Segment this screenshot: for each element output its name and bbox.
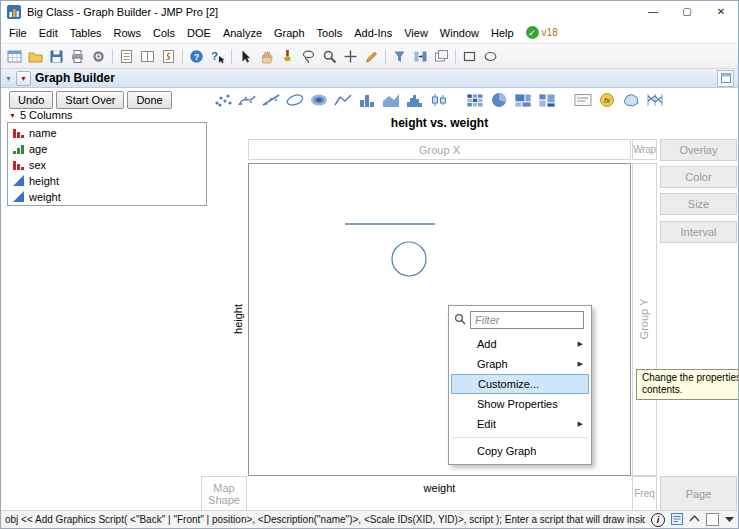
zone-size[interactable]: Size [660, 193, 737, 215]
palette-bar-icon[interactable] [355, 89, 379, 111]
menu-graph[interactable]: Graph [268, 24, 311, 42]
palette-contour-icon[interactable] [307, 89, 331, 111]
data-filter-icon[interactable] [389, 46, 410, 67]
column-item-height[interactable]: height [8, 173, 206, 189]
nominal-icon [13, 159, 24, 172]
menu-cols[interactable]: Cols [147, 24, 181, 42]
palette-caption-box-icon[interactable] [571, 89, 595, 111]
red-triangle-menu-icon[interactable]: ▼ [16, 71, 31, 86]
palette-histogram-icon[interactable] [403, 89, 427, 111]
column-item-weight[interactable]: weight [8, 189, 206, 205]
panel-pin-icon[interactable] [717, 70, 734, 87]
palette-line-of-fit-icon[interactable] [259, 89, 283, 111]
palette-mosaic-icon[interactable] [535, 89, 559, 111]
zone-color[interactable]: Color [660, 166, 737, 188]
palette-pie-icon[interactable] [487, 89, 511, 111]
save-icon[interactable] [46, 46, 67, 67]
print-icon[interactable] [67, 46, 88, 67]
minimize-button[interactable]: — [636, 1, 670, 22]
column-item-sex[interactable]: sex [8, 157, 206, 173]
brush-tool-icon[interactable] [277, 46, 298, 67]
palette-points-icon[interactable] [211, 89, 235, 111]
collapse-icon[interactable]: ▼ [5, 75, 12, 82]
menu-item-customize[interactable]: Customize... [451, 374, 589, 394]
jmp-window: Big Class - Graph Builder - JMP Pro [2] … [0, 0, 739, 529]
menu-rows[interactable]: Rows [108, 24, 148, 42]
graph-title: height vs. weight [248, 116, 631, 130]
caret-down-icon[interactable] [725, 514, 734, 525]
zone-overlay[interactable]: Overlay [660, 139, 737, 161]
ordinal-icon [13, 143, 24, 156]
menu-file[interactable]: File [3, 24, 33, 42]
open-icon[interactable] [25, 46, 46, 67]
menu-edit[interactable]: Edit [33, 24, 64, 42]
zone-group-x[interactable]: Group X [248, 139, 631, 160]
menu-doe[interactable]: DOE [181, 24, 217, 42]
palette-treemap-icon[interactable] [511, 89, 535, 111]
rect-shape-icon[interactable] [459, 46, 480, 67]
journal-icon[interactable] [116, 46, 137, 67]
zone-map-shape[interactable]: MapShape [201, 476, 247, 511]
script-icon[interactable] [158, 46, 179, 67]
palette-line-icon[interactable] [331, 89, 355, 111]
zone-wrap[interactable]: Wrap [632, 139, 657, 160]
palette-ellipse-icon[interactable] [283, 89, 307, 111]
maximize-button[interactable]: ▢ [670, 1, 704, 22]
submenu-arrow-icon: ▶ [578, 340, 583, 348]
palette-parallel-icon[interactable] [643, 89, 667, 111]
preferences-icon[interactable] [88, 46, 109, 67]
oval-shape-icon[interactable] [480, 46, 501, 67]
toolbar-separator [112, 49, 113, 64]
close-button[interactable]: ✕ [704, 1, 738, 22]
crosshair-tool-icon[interactable] [340, 46, 361, 67]
lasso-tool-icon[interactable] [298, 46, 319, 67]
caret-up-icon[interactable] [689, 514, 700, 525]
menu-item-copy-graph[interactable]: Copy Graph [449, 441, 591, 461]
palette-box-plot-icon[interactable] [427, 89, 451, 111]
info-icon[interactable]: i [651, 513, 665, 527]
zone-interval[interactable]: Interval [660, 221, 737, 243]
zone-freq[interactable]: Freq [632, 476, 657, 511]
window-list-icon[interactable] [431, 46, 452, 67]
palette-smoother-icon[interactable] [235, 89, 259, 111]
column-switcher-icon[interactable] [410, 46, 431, 67]
palette-heatmap-icon[interactable] [463, 89, 487, 111]
palette-formula-icon[interactable]: fx [595, 89, 619, 111]
filter-input[interactable] [470, 311, 584, 329]
columns-red-triangle-icon[interactable]: ▼ [9, 112, 16, 119]
status-checkbox[interactable] [706, 513, 719, 526]
column-item-age[interactable]: age [8, 141, 206, 157]
help-icon[interactable]: ? [186, 46, 207, 67]
menu-add-ins[interactable]: Add-Ins [348, 24, 398, 42]
menu-item-show-properties[interactable]: Show Properties [449, 394, 591, 414]
toolbar-separator [385, 49, 386, 64]
menu-item-add[interactable]: Add ▶ [449, 334, 591, 354]
toolbar-separator [182, 49, 183, 64]
log-icon[interactable] [671, 513, 683, 527]
menu-item-graph[interactable]: Graph ▶ [449, 354, 591, 374]
menu-item-edit[interactable]: Edit ▶ [449, 414, 591, 434]
magnifier-tool-icon[interactable] [319, 46, 340, 67]
column-item-name[interactable]: name [8, 125, 206, 141]
whats-this-icon[interactable]: ? [207, 46, 228, 67]
done-button[interactable]: Done [127, 91, 171, 109]
main-toolbar: ? ? [1, 43, 738, 69]
menu-window[interactable]: Window [434, 24, 485, 42]
grabber-tool-icon[interactable] [256, 46, 277, 67]
palette-area-icon[interactable] [379, 89, 403, 111]
menu-view[interactable]: View [398, 24, 434, 42]
graph-builder-header: ▼ ▼ Graph Builder [1, 69, 738, 88]
menu-help[interactable]: Help [485, 24, 520, 42]
zone-page[interactable]: Page [660, 476, 737, 511]
menu-tables[interactable]: Tables [64, 24, 108, 42]
start-over-button[interactable]: Start Over [56, 91, 124, 109]
undo-button[interactable]: Undo [9, 91, 53, 109]
new-data-table-icon[interactable] [4, 46, 25, 67]
layout-icon[interactable] [137, 46, 158, 67]
annotate-tool-icon[interactable] [361, 46, 382, 67]
column-label: height [29, 175, 59, 187]
menu-tools[interactable]: Tools [311, 24, 349, 42]
palette-map-shapes-icon[interactable] [619, 89, 643, 111]
menu-analyze[interactable]: Analyze [217, 24, 268, 42]
arrow-tool-icon[interactable] [235, 46, 256, 67]
